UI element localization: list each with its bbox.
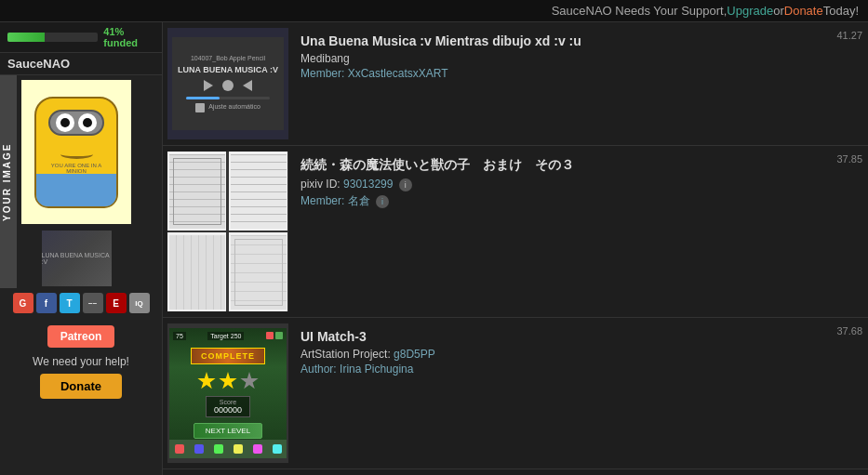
results-area: 104007_Bob Apple Pencil LUNA BUENA MUSIC… <box>163 22 868 475</box>
result-score-3: 37.68 <box>836 325 862 336</box>
progress-bar <box>7 33 98 42</box>
result-thumb-1: 104007_Bob Apple Pencil LUNA BUENA MUSIC… <box>167 28 288 139</box>
your-image-label: YOUR IMAGE <box>0 75 17 288</box>
game-bottom-strip <box>169 440 287 458</box>
iqdb-icon[interactable]: IQ <box>129 293 150 313</box>
game-screen: 75 Target 250 COMPLETE Scor <box>169 328 287 458</box>
result-thumb-3: 75 Target 250 COMPLETE Scor <box>167 323 288 463</box>
saucenao-logo: SauceNAO <box>0 53 162 75</box>
banner-suffix: Today! <box>823 4 859 18</box>
result-thumb-2 <box>167 152 288 311</box>
result-source-2: pixiv ID: 93013299 i <box>300 178 861 191</box>
progress-bar-fill <box>7 33 45 42</box>
twitter-icon[interactable]: T <box>60 293 80 313</box>
gem-red <box>175 444 184 454</box>
main-layout: 41% funded SauceNAO YOUR IMAGE YOU ARE O… <box>0 22 868 475</box>
image-preview: YOU ARE ONE IN AMINION <box>21 80 131 224</box>
social-icons: G f T ~~ E IQ <box>8 288 154 318</box>
result-title-3: UI Match-3 <box>300 329 861 344</box>
google-icon[interactable]: G <box>13 293 33 313</box>
sidebar-header: 41% funded <box>0 22 162 53</box>
gem-purple <box>253 444 262 454</box>
star-2 <box>219 372 237 390</box>
tumblr-icon[interactable]: ~~ <box>83 293 103 313</box>
result-item-4: Lapis Placeholder PAGE 02 37.5 <box>163 469 868 475</box>
upgrade-link[interactable]: Upgrade <box>727 4 773 18</box>
result-score-1: 41.27 <box>836 30 862 41</box>
gem-cyan <box>273 444 282 454</box>
your-image-section: YOUR IMAGE YOU ARE ONE IN AMINION <box>0 75 162 288</box>
gem-yellow <box>234 444 243 454</box>
result-member-1: Member: XxCastlecatsxXART <box>300 67 861 80</box>
sidebar: 41% funded SauceNAO YOUR IMAGE YOU ARE O… <box>0 22 163 475</box>
banner-donate-link[interactable]: Donate <box>784 4 823 18</box>
minion-image: YOU ARE ONE IN AMINION <box>34 97 118 208</box>
help-text: We need your help! <box>33 355 129 368</box>
source-info-icon[interactable]: i <box>399 178 412 191</box>
result-info-3: UI Match-3 ArtStation Project: g8D5PP Au… <box>293 323 868 463</box>
result-info-1: Una Buena Musica :v Mientras dibujo xd :… <box>293 28 868 139</box>
manga-page-2 <box>229 152 287 231</box>
star-3 <box>240 372 259 390</box>
small-thumbnail: LUNA BUENA MUSICA :V <box>42 231 112 286</box>
manga-page-1 <box>167 152 226 231</box>
patreon-button[interactable]: Patreon <box>47 325 115 348</box>
result-item-3: 75 Target 250 COMPLETE Scor <box>163 318 868 469</box>
game-stars <box>197 372 259 390</box>
manga-page-3 <box>167 232 226 311</box>
star-1 <box>197 372 216 390</box>
result-score-2: 37.85 <box>836 153 862 165</box>
result-member-2: Member: 名倉 i <box>300 193 861 209</box>
result-title-1: Una Buena Musica :v Mientras dibujo xd :… <box>300 33 861 48</box>
result-source-3: ArtStation Project: g8D5PP <box>300 348 861 361</box>
banner-separator: or <box>773 4 784 18</box>
manga-thumbs <box>167 152 288 311</box>
result-source-1: Medibang <box>300 52 861 65</box>
game-next-btn[interactable]: NEXT LEVEL <box>194 423 262 439</box>
game-score-box: Score 000000 <box>206 396 250 417</box>
result-member-3: Author: Irina Pichugina <box>300 363 861 376</box>
result-title-2: 続続・森の魔法使いと獣の子 おまけ その３ <box>300 157 861 174</box>
result-item: 104007_Bob Apple Pencil LUNA BUENA MUSIC… <box>163 22 868 146</box>
thumbnail-inner: LUNA BUENA MUSICA :V <box>42 231 112 286</box>
email-icon[interactable]: E <box>106 293 127 313</box>
gem-blue <box>194 444 204 454</box>
progress-label: 41% funded <box>103 26 154 48</box>
top-banner: SauceNAO Needs Your Support, Upgrade or … <box>0 0 868 22</box>
manga-page-4 <box>229 232 287 311</box>
result-item-2: 続続・森の魔法使いと獣の子 おまけ その３ pixiv ID: 93013299… <box>163 146 868 318</box>
game-complete-banner: COMPLETE <box>191 348 265 364</box>
donate-button[interactable]: Donate <box>40 374 122 399</box>
banner-text: SauceNAO Needs Your Support, <box>552 4 728 18</box>
result-info-2: 続続・森の魔法使いと獣の子 おまけ その３ pixiv ID: 93013299… <box>293 152 868 311</box>
gem-green <box>214 444 223 454</box>
facebook-icon[interactable]: f <box>36 293 57 313</box>
member-info-icon[interactable]: i <box>376 195 389 208</box>
